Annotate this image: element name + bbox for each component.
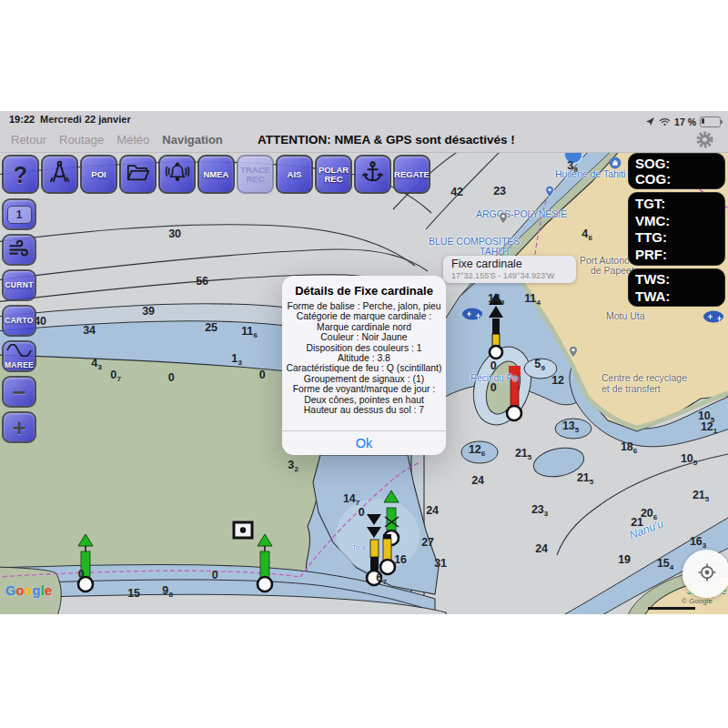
pin-gray-icon[interactable] — [567, 343, 581, 364]
depth-sounding: 59 — [534, 359, 544, 372]
google-logo-letter: g — [33, 583, 41, 598]
chart-1-button[interactable]: 1 — [2, 198, 36, 230]
bag-icon[interactable] — [609, 157, 622, 173]
depth-sounding: 67 — [376, 572, 386, 586]
map-label: © Google — [682, 597, 713, 605]
depth-sounding: 43 — [91, 358, 101, 371]
depth-sounding: 31 — [434, 558, 446, 570]
rock-symbol — [462, 308, 482, 320]
depth-sounding: 15 — [127, 588, 139, 600]
locate-icon — [696, 561, 718, 587]
depth-sounding: 27 — [421, 537, 433, 549]
dialog-body: Forme de balise : Perche, jalon, pieuCat… — [282, 301, 446, 415]
instrument-twa: TWA: — [635, 289, 724, 303]
ok-button[interactable]: Ok — [282, 430, 446, 455]
fixe-cardinale-callout[interactable]: Fixe cardinale 17°32.155'S - 149°34.923'… — [443, 256, 576, 283]
wind-button[interactable] — [2, 234, 36, 266]
alarms-button[interactable] — [158, 155, 196, 194]
details-dialog: Détails de Fixe cardinale Forme de balis… — [282, 276, 446, 455]
map-label: Motu Uta — [606, 310, 645, 321]
depth-sounding: 19 — [618, 554, 630, 566]
battery-icon — [700, 116, 721, 127]
map-label: ARGOS-POLYNESIE — [476, 208, 567, 219]
dialog-line: Disposition des couleurs : 1 — [282, 343, 446, 353]
zoom-in-button[interactable]: + — [2, 411, 36, 443]
folder-icon — [126, 160, 150, 188]
button-label: AIS — [288, 170, 302, 179]
zoom-out-button[interactable]: − — [2, 376, 36, 408]
instrument-panel-2: TGT:VMC:TTG:PRF: — [628, 192, 725, 266]
screenshot-canvas: 19:22 Mercredi 22 janvier 17 % RetourRou… — [0, 0, 728, 728]
nmea-button[interactable]: NMEA — [197, 155, 235, 194]
button-label: 1 — [7, 206, 32, 224]
depth-sounding: 0 — [490, 360, 497, 372]
depth-sounding: 12 — [551, 375, 563, 387]
instrument-panel-3: TWS:TWA: — [628, 268, 725, 307]
sine-icon — [5, 344, 33, 360]
depth-sounding: 105 — [681, 453, 697, 467]
instrument-vmc: VMC: — [635, 214, 724, 228]
nav-item-navigation[interactable]: Navigation — [162, 133, 222, 147]
dialog-line: Altitude : 3.8 — [282, 353, 446, 363]
depth-sounding: 25 — [205, 322, 217, 334]
instrument-tws: TWS: — [635, 272, 724, 286]
files-button[interactable] — [119, 155, 157, 194]
depth-sounding: 07 — [110, 369, 120, 383]
dialog-line: Marque cardinale nord — [282, 322, 446, 332]
settings-gear-icon[interactable] — [694, 129, 715, 150]
routing-compass-button[interactable] — [41, 155, 78, 194]
dialog-line: Hauteur au dessus du sol : 7 — [282, 405, 446, 415]
dialog-line: Catégorie de marque cardinale : — [282, 311, 446, 321]
depth-sounding: 32 — [288, 460, 298, 473]
dialog-line: Groupement de signaux : (1) — [282, 374, 446, 384]
reef-flat — [0, 355, 328, 575]
instrument-cog: COG: — [635, 172, 724, 186]
nav-item-retour[interactable]: Retour — [11, 133, 46, 147]
depth-sounding: 16 — [394, 554, 406, 566]
map-label: To'a — [352, 543, 365, 551]
depth-sounding: 0 — [168, 372, 175, 384]
help-button[interactable]: ? — [2, 155, 39, 194]
google-logo-letter: e — [45, 583, 52, 598]
dialog-line: Forme de voyant/marque de jour : — [282, 384, 446, 394]
nav-item-routage[interactable]: Routage — [59, 133, 104, 147]
anchor-button[interactable] — [354, 155, 391, 194]
carto-button[interactable]: CARTO — [2, 305, 36, 337]
depth-sounding: 186 — [621, 441, 637, 455]
poi-button[interactable]: POI — [80, 155, 117, 194]
nmea-gps-warning: ATTENTION: NMEA & GPS sont désactivés ! — [258, 133, 515, 147]
currents-button[interactable]: CURNT — [2, 269, 36, 301]
button-label: ? — [14, 170, 27, 179]
regate-button[interactable]: REGATE — [393, 155, 430, 194]
ais-button[interactable]: AIS — [276, 155, 313, 194]
button-label: TRACE REC — [238, 166, 272, 184]
daymark-square[interactable] — [234, 522, 252, 538]
trace-rec-button[interactable]: TRACE REC — [237, 155, 274, 194]
depth-sounding: 24 — [471, 475, 483, 487]
depth-sounding: 34 — [83, 325, 95, 337]
polar-rec-button[interactable]: POLAR REC — [315, 155, 352, 194]
button-label: CURNT — [5, 281, 33, 289]
pin-gray-icon[interactable] — [497, 209, 511, 230]
google-logo-letter: o — [15, 583, 24, 598]
tides-button[interactable]: MAREE — [2, 340, 36, 372]
callout-coordinates: 17°32.155'S - 149°34.923'W — [451, 271, 568, 280]
depth-sounding: 163 — [690, 536, 706, 550]
nav-item-meteo[interactable]: Météo — [116, 133, 149, 147]
locate-button[interactable] — [682, 550, 728, 598]
button-label: POLAR REC — [317, 166, 350, 184]
wind-icon — [7, 237, 31, 264]
compass-icon — [47, 160, 72, 188]
depth-sounding: 46 — [581, 228, 592, 242]
toolbar: ?POINMEATRACE RECAISPOLAR RECREGATE — [2, 155, 430, 194]
rock-symbol — [703, 311, 723, 323]
google-logo-letter: G — [5, 583, 15, 598]
status-bar: 19:22 Mercredi 22 janvier 17 % — [0, 111, 728, 127]
nav-bar: RetourRoutageMétéoNavigation ATTENTION: … — [0, 127, 728, 153]
depth-sounding: 126 — [469, 444, 485, 458]
depth-sounding: 116 — [241, 326, 257, 339]
depth-sounding: 42 — [450, 187, 462, 198]
depth-sounding: 114 — [524, 293, 540, 307]
button-label: + — [12, 418, 25, 438]
pin-blue-icon[interactable] — [543, 183, 557, 204]
